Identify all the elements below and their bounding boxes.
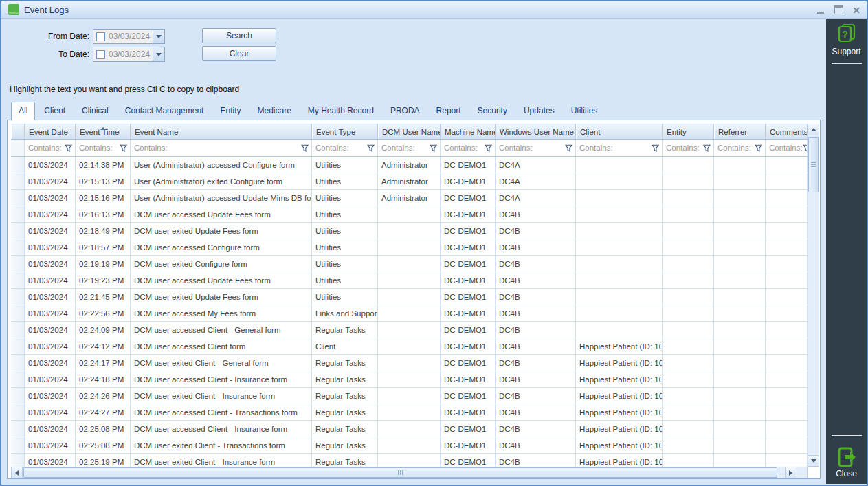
grid-cell-machine-name[interactable]: DC-DEMO1 <box>441 289 496 305</box>
grid-cell-machine-name[interactable]: DC-DEMO1 <box>441 223 496 239</box>
filter-cell-event-type[interactable]: Contains: <box>312 140 378 156</box>
grid-cell-entity[interactable] <box>663 289 714 305</box>
grid-cell-event-type[interactable]: Utilities <box>312 190 378 206</box>
grid-cell-entity[interactable] <box>663 305 714 322</box>
grid-cell-machine-name[interactable]: DC-DEMO1 <box>441 454 496 467</box>
tab-medicare[interactable]: Medicare <box>249 102 298 120</box>
grid-cell-event-name[interactable]: DCM user exited Update Fees form <box>131 289 312 305</box>
tab-report[interactable]: Report <box>429 102 469 120</box>
table-row[interactable]: 01/03/202402:25:08 PMDCM user accessed C… <box>11 421 819 437</box>
grid-cell-client[interactable] <box>576 239 663 256</box>
grid-cell-event-type[interactable]: Regular Tasks <box>312 371 378 388</box>
grid-cell-event-time[interactable]: 02:16:13 PM <box>76 206 131 223</box>
table-row[interactable]: 01/03/202402:21:45 PMDCM user exited Upd… <box>11 289 819 305</box>
grid-cell-event-time[interactable]: 02:18:49 PM <box>76 223 131 239</box>
grid-cell-comments[interactable] <box>766 173 808 190</box>
grid-cell-event-time[interactable]: 02:14:38 PM <box>76 157 131 173</box>
grid-cell-comments[interactable] <box>766 272 808 289</box>
grid-cell-event-date[interactable]: 01/03/2024 <box>25 289 76 305</box>
grid-cell-event-name[interactable]: DCM user exited Client - Transactions fo… <box>131 437 312 454</box>
from-date-field[interactable]: 03/03/2024 <box>93 29 165 44</box>
table-row[interactable]: 01/03/202402:24:17 PMDCM user exited Cli… <box>11 355 819 371</box>
grid-cell-windows-user-name[interactable]: DC4B <box>496 305 576 322</box>
grid-cell-comments[interactable] <box>766 404 808 421</box>
grid-cell-dcm-user-name[interactable] <box>378 437 441 454</box>
grid-cell-comments[interactable] <box>766 190 808 206</box>
grid-cell-comments[interactable] <box>766 206 808 223</box>
table-row[interactable]: 01/03/202402:18:49 PMDCM user exited Upd… <box>11 223 819 239</box>
grid-cell-client[interactable]: Happiest Patient (ID: 100) <box>576 371 663 388</box>
grid-cell-windows-user-name[interactable]: DC4B <box>496 371 576 388</box>
grid-cell-machine-name[interactable]: DC-DEMO1 <box>441 388 496 404</box>
grid-cell-client[interactable] <box>576 173 663 190</box>
grid-cell-event-time[interactable]: 02:24:09 PM <box>76 322 131 338</box>
filter-cell-machine-name[interactable]: Contains: <box>441 140 496 156</box>
grid-cell-client[interactable] <box>576 190 663 206</box>
grid-cell-entity[interactable] <box>663 338 714 355</box>
column-header-windows-user-name[interactable]: Windows User Name <box>496 124 576 139</box>
column-header-event-type[interactable]: Event Type <box>312 124 378 139</box>
grid-cell-entity[interactable] <box>663 371 714 388</box>
grid-cell-event-name[interactable]: DCM user accessed Update Fees form <box>131 272 312 289</box>
grid-cell-machine-name[interactable]: DC-DEMO1 <box>441 256 496 272</box>
filter-cell-dcm-user-name[interactable]: Contains: <box>378 140 441 156</box>
table-row[interactable]: 01/03/202402:22:56 PMDCM user accessed M… <box>11 305 819 322</box>
grid-cell-referrer[interactable] <box>714 305 766 322</box>
tab-contact-management[interactable]: Contact Management <box>118 102 212 120</box>
grid-cell-event-time[interactable]: 02:22:56 PM <box>76 305 131 322</box>
grid-cell-machine-name[interactable]: DC-DEMO1 <box>441 239 496 256</box>
grid-cell-windows-user-name[interactable]: DC4B <box>496 388 576 404</box>
grid-cell-event-time[interactable]: 02:24:18 PM <box>76 371 131 388</box>
grid-cell-client[interactable] <box>576 289 663 305</box>
grid-cell-entity[interactable] <box>663 272 714 289</box>
grid-cell-event-date[interactable]: 01/03/2024 <box>25 272 76 289</box>
grid-cell-client[interactable] <box>576 256 663 272</box>
search-button[interactable]: Search <box>202 28 276 43</box>
grid-cell-machine-name[interactable]: DC-DEMO1 <box>441 421 496 437</box>
grid-cell-dcm-user-name[interactable]: Administrator <box>378 157 441 173</box>
table-row[interactable]: 01/03/202402:24:27 PMDCM user accessed C… <box>11 404 819 421</box>
to-date-field[interactable]: 03/03/2024 <box>93 47 165 62</box>
filter-funnel-icon[interactable] <box>485 144 492 152</box>
grid-cell-event-time[interactable]: 02:15:16 PM <box>76 190 131 206</box>
grid-cell-comments[interactable] <box>766 305 808 322</box>
grid-cell-event-time[interactable]: 02:25:19 PM <box>76 454 131 467</box>
grid-cell-dcm-user-name[interactable] <box>378 223 441 239</box>
grid-cell-client[interactable]: Happiest Patient (ID: 100) <box>576 338 663 355</box>
grid-cell-event-name[interactable]: DCM user accessed My Fees form <box>131 305 312 322</box>
grid-cell-event-date[interactable]: 01/03/2024 <box>25 404 76 421</box>
grid-cell-event-date[interactable]: 01/03/2024 <box>25 338 76 355</box>
grid-cell-event-type[interactable]: Regular Tasks <box>312 421 378 437</box>
tab-entity[interactable]: Entity <box>212 102 248 120</box>
grid-cell-event-type[interactable]: Utilities <box>312 289 378 305</box>
grid-cell-event-type[interactable]: Utilities <box>312 173 378 190</box>
table-row[interactable]: 01/03/202402:18:57 PMDCM user accessed C… <box>11 239 819 256</box>
grid-cell-windows-user-name[interactable]: DC4B <box>496 437 576 454</box>
grid-cell-event-name[interactable]: DCM user accessed Client - Transactions … <box>131 404 312 421</box>
grid-cell-event-time[interactable]: 02:19:19 PM <box>76 256 131 272</box>
grid-cell-windows-user-name[interactable]: DC4B <box>496 454 576 467</box>
grid-cell-machine-name[interactable]: DC-DEMO1 <box>441 437 496 454</box>
grid-cell-dcm-user-name[interactable] <box>378 289 441 305</box>
grid-cell-comments[interactable] <box>766 371 808 388</box>
table-row[interactable]: 01/03/202402:25:19 PMDCM user exited Cli… <box>11 454 819 467</box>
scroll-left-button[interactable] <box>12 467 23 478</box>
grid-cell-client[interactable] <box>576 322 663 338</box>
column-header-comments[interactable]: Comments <box>766 124 808 139</box>
grid-cell-event-time[interactable]: 02:21:45 PM <box>76 289 131 305</box>
grid-cell-event-type[interactable]: Utilities <box>312 206 378 223</box>
scroll-right-button[interactable] <box>785 467 796 478</box>
grid-cell-event-name[interactable]: DCM user exited Client - Insurance form <box>131 388 312 404</box>
grid-cell-event-time[interactable]: 02:25:08 PM <box>76 437 131 454</box>
grid-cell-comments[interactable] <box>766 223 808 239</box>
grid-cell-client[interactable]: Happiest Patient (ID: 100) <box>576 437 663 454</box>
grid-cell-client[interactable]: Happiest Patient (ID: 100) <box>576 388 663 404</box>
grid-cell-comments[interactable] <box>766 322 808 338</box>
grid-cell-referrer[interactable] <box>714 371 766 388</box>
grid-cell-client[interactable]: Happiest Patient (ID: 100) <box>576 421 663 437</box>
grid-cell-machine-name[interactable]: DC-DEMO1 <box>441 371 496 388</box>
grid-cell-dcm-user-name[interactable] <box>378 239 441 256</box>
grid-cell-comments[interactable] <box>766 437 808 454</box>
grid-cell-referrer[interactable] <box>714 223 766 239</box>
grid-cell-event-type[interactable]: Regular Tasks <box>312 388 378 404</box>
